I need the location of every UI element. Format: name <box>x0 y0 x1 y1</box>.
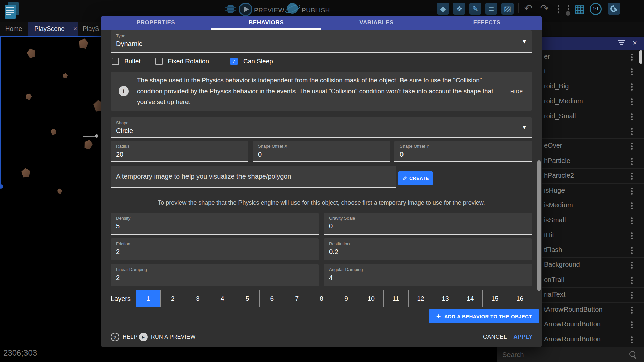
layer-button[interactable]: 14 <box>458 290 482 307</box>
apply-button[interactable]: APPLY <box>513 334 533 340</box>
asteroid-sprite[interactable] <box>24 92 33 100</box>
objects-list-icon[interactable]: ≡ <box>485 3 497 15</box>
asteroid-sprite[interactable] <box>50 128 57 135</box>
tab-properties[interactable]: PROPERTIES <box>101 16 211 30</box>
friction-field[interactable]: Friction 2 <box>111 238 319 260</box>
project-manager-icon[interactable] <box>5 2 20 19</box>
layer-button[interactable]: 15 <box>482 290 507 307</box>
restitution-field[interactable]: Restitution 0.2 <box>324 238 532 260</box>
gravity-scale-field[interactable]: Gravity Scale 0 <box>324 213 532 235</box>
setup-wrench-icon[interactable] <box>608 3 620 15</box>
redo-icon[interactable]: ↷ <box>538 3 551 15</box>
publish-planet-icon[interactable] <box>287 3 298 14</box>
asteroid-sprite[interactable] <box>21 168 31 178</box>
kebab-menu-icon[interactable] <box>631 262 633 263</box>
help-button[interactable]: ? HELP <box>111 333 138 341</box>
cancel-button[interactable]: CANCEL <box>483 334 507 340</box>
selection-mask-icon[interactable] <box>558 4 569 14</box>
zoom-reset-icon[interactable]: 1:1 <box>590 3 602 15</box>
undo-icon[interactable]: ↶ <box>522 3 535 15</box>
angular-damping-field[interactable]: Angular Damping 4 <box>324 264 532 286</box>
publish-button[interactable]: PUBLISH <box>302 7 330 14</box>
hide-button[interactable]: HIDE <box>501 88 532 94</box>
layer-button[interactable]: 2 <box>160 290 185 307</box>
temp-image-field[interactable]: A temporary image to help you visualize … <box>111 166 396 188</box>
preview-play-icon[interactable] <box>239 3 252 16</box>
kebab-menu-icon[interactable] <box>631 98 633 100</box>
objects-list-scrollbar[interactable] <box>639 50 642 64</box>
kebab-menu-icon[interactable] <box>631 158 633 160</box>
layer-button[interactable]: 1 <box>136 290 160 307</box>
tab-home[interactable]: Home <box>3 22 24 36</box>
filter-icon[interactable] <box>619 42 624 43</box>
shape-offset-x-field[interactable]: Shape Offset X 0 <box>253 141 390 162</box>
bullet-checkbox[interactable] <box>112 58 119 65</box>
kebab-menu-icon[interactable] <box>631 113 633 115</box>
scene-objects-icon[interactable]: ◆ <box>437 3 449 15</box>
kebab-menu-icon[interactable] <box>631 173 633 174</box>
grid-icon[interactable]: ▦ <box>574 3 586 15</box>
layer-button[interactable]: 16 <box>507 290 532 307</box>
object-name: eOver <box>544 142 562 149</box>
layer-button[interactable]: 5 <box>235 290 260 307</box>
kebab-menu-icon[interactable] <box>631 68 633 70</box>
panel-close-icon[interactable]: × <box>633 39 637 47</box>
type-select[interactable]: Type Dynamic ▼ <box>111 30 532 53</box>
kebab-menu-icon[interactable] <box>631 188 633 189</box>
scene-selection-handle[interactable] <box>0 184 3 189</box>
layer-button[interactable]: 7 <box>284 290 309 307</box>
kebab-menu-icon[interactable] <box>631 232 633 234</box>
search-input[interactable] <box>502 349 624 360</box>
dialog-scrollbar[interactable] <box>537 160 541 291</box>
kebab-menu-icon[interactable] <box>631 292 633 293</box>
layer-button[interactable]: 8 <box>309 290 334 307</box>
tab-effects[interactable]: EFFECTS <box>432 16 542 30</box>
kebab-menu-icon[interactable] <box>631 247 633 249</box>
kebab-menu-icon[interactable] <box>631 277 633 279</box>
density-field[interactable]: Density 5 <box>111 213 319 235</box>
linear-damping-field[interactable]: Linear Damping 2 <box>111 264 319 286</box>
edit-pencil-icon[interactable]: ✎ <box>469 3 481 15</box>
tab-variables[interactable]: VARIABLES <box>321 16 432 30</box>
physics-joint-handle[interactable] <box>95 134 98 138</box>
preview-button[interactable]: PREVIEW <box>254 7 284 14</box>
kebab-menu-icon[interactable] <box>631 128 633 130</box>
tab-playscene[interactable]: PlayScene × <box>28 22 78 36</box>
create-button[interactable]: ✎ CREATE <box>398 171 433 185</box>
layer-button[interactable]: 6 <box>259 290 284 307</box>
asteroid-sprite[interactable] <box>25 47 37 59</box>
fixed-rotation-checkbox[interactable] <box>155 58 163 65</box>
layer-button[interactable]: 13 <box>433 290 458 307</box>
kebab-menu-icon[interactable] <box>631 143 633 144</box>
kebab-menu-icon[interactable] <box>631 336 633 338</box>
layer-button[interactable]: 10 <box>359 290 383 307</box>
kebab-menu-icon[interactable] <box>631 202 633 204</box>
layer-button[interactable]: 4 <box>210 290 235 307</box>
kebab-menu-icon[interactable] <box>631 217 633 219</box>
add-behavior-button[interactable]: + ADD A BEHAVIOR TO THE OBJECT <box>429 309 539 323</box>
help-icon: ? <box>111 333 119 341</box>
shape-select[interactable]: Shape Circle ▼ <box>111 117 532 138</box>
asteroid-sprite[interactable] <box>83 139 94 150</box>
asteroid-sprite[interactable] <box>62 73 68 78</box>
layers-panel-icon[interactable]: ▨ <box>501 3 514 15</box>
kebab-menu-icon[interactable] <box>631 307 633 308</box>
tab-close-icon[interactable]: × <box>73 25 77 33</box>
tab-behaviors[interactable]: BEHAVIORS <box>211 16 321 30</box>
instances-icon[interactable]: ❖ <box>453 3 465 15</box>
asteroid-sprite[interactable] <box>57 188 63 194</box>
kebab-menu-icon[interactable] <box>631 54 633 55</box>
can-sleep-checkbox[interactable]: ✓ <box>230 58 238 65</box>
layer-button[interactable]: 9 <box>334 290 359 307</box>
kebab-menu-icon[interactable] <box>631 83 633 85</box>
radius-field[interactable]: Radius 20 <box>111 141 248 162</box>
layer-button[interactable]: 11 <box>383 290 408 307</box>
shape-offset-y-field[interactable]: Shape Offset Y 0 <box>394 141 532 162</box>
run-preview-button[interactable]: ▶ RUN A PREVIEW <box>139 333 196 341</box>
layer-button[interactable]: 3 <box>185 290 210 307</box>
kebab-menu-icon[interactable] <box>631 321 633 323</box>
debug-icon[interactable] <box>227 5 234 13</box>
asteroid-sprite[interactable] <box>78 38 90 49</box>
layer-button[interactable]: 12 <box>408 290 433 307</box>
object-name: onTrail <box>544 276 564 284</box>
